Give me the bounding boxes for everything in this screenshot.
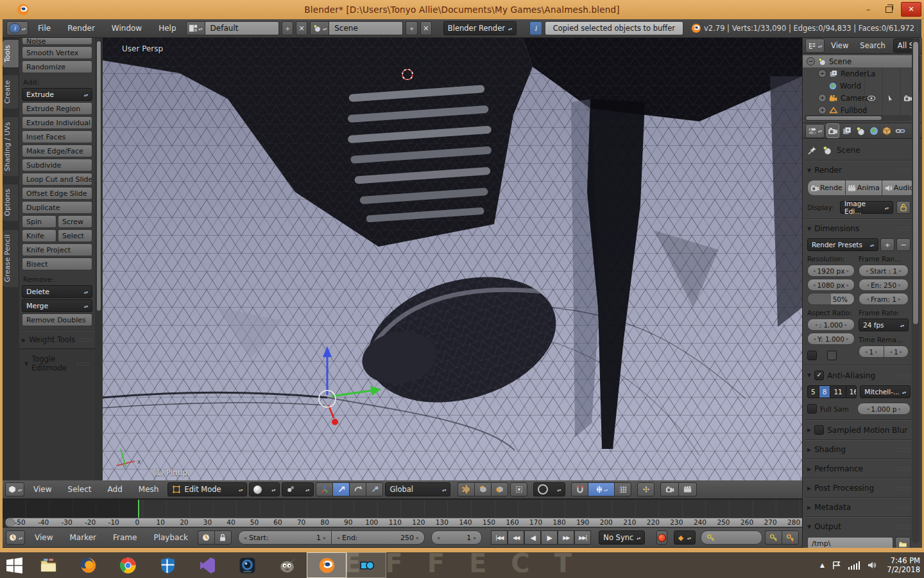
tab-constraints[interactable] bbox=[894, 124, 906, 137]
editor-type-outliner-button[interactable]: ▴▾ bbox=[805, 39, 825, 53]
frame-start-field[interactable]: ◂Start : 1▸ bbox=[859, 265, 909, 277]
outliner-row-camera[interactable]: + Camera bbox=[803, 92, 912, 104]
start-frame-field[interactable]: ◂ Start: 1 ▸ bbox=[238, 530, 332, 545]
tab-render-layers[interactable] bbox=[841, 124, 853, 137]
screen-layout-selector[interactable]: ▴▾ Default bbox=[186, 21, 279, 35]
aa-samples-16[interactable]: 16 bbox=[846, 386, 857, 398]
scale-manipulator-toggle[interactable] bbox=[366, 482, 383, 496]
aa-samples-8[interactable]: 8 bbox=[819, 386, 831, 398]
tab-object-properties[interactable] bbox=[881, 124, 893, 137]
decrement-icon[interactable]: ◂ bbox=[437, 535, 440, 541]
active-keying-set-field[interactable] bbox=[701, 530, 762, 545]
pivot-point-dropdown[interactable]: ▴▾ bbox=[282, 482, 314, 496]
viewport-3d[interactable]: x User Persp (1) Pinup bbox=[103, 38, 802, 480]
manipulate-center-points-toggle[interactable] bbox=[637, 482, 654, 496]
play-reverse-button[interactable]: ◀ bbox=[524, 530, 541, 545]
current-frame-field[interactable]: ◂ 1 ▸ bbox=[431, 530, 482, 545]
webcam-app-icon[interactable] bbox=[227, 552, 267, 578]
loop-cut-slide-button[interactable]: Loop Cut and Slide bbox=[22, 173, 92, 186]
face-select-toggle[interactable] bbox=[491, 482, 508, 496]
start-button[interactable] bbox=[0, 552, 28, 578]
panel-grip-icon[interactable]: ::::: bbox=[898, 466, 911, 472]
gimp-icon[interactable] bbox=[267, 552, 307, 578]
editor-type-timeline-button[interactable]: ▴▾ bbox=[6, 530, 25, 545]
expand-icon[interactable]: + bbox=[818, 69, 826, 78]
tab-tools[interactable]: Tools bbox=[3, 39, 19, 68]
menu-tl-frame[interactable]: Frame bbox=[106, 533, 144, 542]
editor-type-properties-button[interactable]: ▴▾ bbox=[805, 124, 825, 138]
scene-selector[interactable]: ▴▾ Scene bbox=[310, 21, 403, 35]
browse-folder-button[interactable] bbox=[895, 537, 911, 548]
jump-to-start-button[interactable]: |◀◀ bbox=[491, 530, 508, 545]
network-signal-icon[interactable] bbox=[848, 561, 860, 570]
chrome-icon[interactable] bbox=[108, 552, 148, 578]
tab-grease-pencil[interactable]: Grease Pencil bbox=[3, 229, 19, 288]
panel-grip-icon[interactable]: ::::: bbox=[77, 360, 90, 367]
outliner-row-scene[interactable]: − Scene bbox=[803, 55, 912, 67]
windows-defender-icon[interactable] bbox=[148, 552, 187, 578]
antialiasing-checkbox[interactable]: ✓ bbox=[814, 371, 824, 380]
frame-rate-dropdown[interactable]: 24 fps ▴▾ bbox=[859, 319, 909, 331]
decrement-icon[interactable]: ◂ bbox=[244, 535, 246, 541]
scene-name[interactable]: Scene bbox=[329, 22, 402, 35]
filter-size-field[interactable]: ◂1.000 p▸ bbox=[857, 403, 911, 415]
resolution-x-field[interactable]: ◂1920 px▸ bbox=[807, 265, 855, 277]
panel-grip-icon[interactable]: ::::: bbox=[898, 523, 911, 530]
expand-icon[interactable]: + bbox=[818, 94, 826, 102]
delete-scene-button[interactable]: ✕ bbox=[420, 21, 432, 35]
toggle-editmode-panel-header[interactable]: ▼ Toggle Editmode ::::: bbox=[24, 355, 90, 372]
sampled-motion-blur-panel-header[interactable]: ▶ Sampled Motion Blur :: bbox=[807, 425, 911, 435]
outliner-menu-search[interactable]: Search bbox=[855, 41, 891, 50]
pin-icon[interactable] bbox=[807, 145, 817, 155]
menu-tl-marker[interactable]: Marker bbox=[63, 533, 103, 542]
properties-scrollbar[interactable] bbox=[912, 123, 920, 543]
mesh-wireframe-canvas[interactable]: x bbox=[103, 38, 802, 480]
layout-name[interactable]: Default bbox=[205, 22, 278, 35]
metadata-panel-header[interactable]: ▶ Metadata ::::: bbox=[807, 503, 911, 512]
renderability-camera-icon[interactable] bbox=[903, 94, 912, 103]
preview-range-toggle[interactable] bbox=[198, 530, 214, 545]
full-sample-checkbox[interactable] bbox=[807, 404, 817, 414]
menu-file[interactable]: File bbox=[31, 24, 58, 33]
visual-studio-icon[interactable] bbox=[187, 552, 227, 578]
render-still-button[interactable]: Rende bbox=[807, 180, 846, 196]
scrollbar-thumb[interactable] bbox=[805, 116, 882, 121]
render-engine-dropdown[interactable]: Blender Render ▴▾ bbox=[443, 21, 517, 35]
increment-icon[interactable]: ▸ bbox=[416, 535, 419, 541]
vertex-select-toggle[interactable] bbox=[458, 482, 474, 496]
outliner-row-world[interactable]: World bbox=[803, 80, 912, 92]
remove-preset-button[interactable]: − bbox=[896, 238, 911, 251]
menu-tl-playback[interactable]: Playback bbox=[146, 533, 195, 542]
spin-button[interactable]: Spin bbox=[22, 215, 56, 228]
rotate-manipulator-toggle[interactable] bbox=[349, 482, 366, 496]
menu-select[interactable]: Select bbox=[61, 485, 99, 494]
panel-grip-icon[interactable]: ::::: bbox=[898, 372, 911, 379]
crop-checkbox[interactable] bbox=[827, 351, 837, 360]
tab-shading-uvs[interactable]: Shading / UVs bbox=[3, 116, 19, 177]
limit-selection-visible-toggle[interactable] bbox=[510, 482, 527, 496]
selectability-cursor-icon[interactable] bbox=[886, 94, 894, 103]
render-audio-button[interactable]: Audio bbox=[882, 180, 916, 196]
snap-magnet-toggle[interactable] bbox=[571, 482, 588, 496]
merge-dropdown[interactable]: Merge▴▾ bbox=[22, 299, 92, 312]
resolution-percentage-slider[interactable]: 50% bbox=[807, 293, 855, 305]
current-frame-indicator[interactable] bbox=[138, 500, 139, 519]
show-hidden-icons-caret[interactable]: ▲ bbox=[820, 562, 825, 568]
knife-button[interactable]: Knife bbox=[22, 229, 56, 242]
add-preset-button[interactable]: ＋ bbox=[880, 238, 894, 251]
increment-icon[interactable]: ▸ bbox=[323, 535, 326, 541]
extrude-individual-button[interactable]: Extrude Individual bbox=[22, 116, 92, 129]
render-presets-dropdown[interactable]: Render Presets ▴▾ bbox=[807, 238, 878, 251]
snap-target-button[interactable] bbox=[614, 482, 631, 496]
output-panel-header[interactable]: ▼ Output ::::: bbox=[807, 522, 911, 531]
aspect-y-field[interactable]: ◂Y: 1.000▸ bbox=[807, 333, 855, 345]
menu-help[interactable]: Help bbox=[151, 24, 183, 33]
proportional-edit-dropdown[interactable]: ▴▾ bbox=[533, 482, 565, 496]
opengl-render-image-button[interactable] bbox=[660, 482, 678, 496]
bisect-button[interactable]: Bisect bbox=[22, 258, 92, 270]
weight-tools-panel-header[interactable]: ▶ Weight Tools ::::: bbox=[22, 335, 92, 344]
volume-speaker-icon[interactable] bbox=[867, 560, 877, 570]
end-frame-field[interactable]: ◂ End: 250 ▸ bbox=[332, 530, 425, 545]
render-animation-button[interactable]: Anima bbox=[846, 180, 882, 196]
lock-time-cursor-toggle[interactable] bbox=[214, 530, 232, 545]
